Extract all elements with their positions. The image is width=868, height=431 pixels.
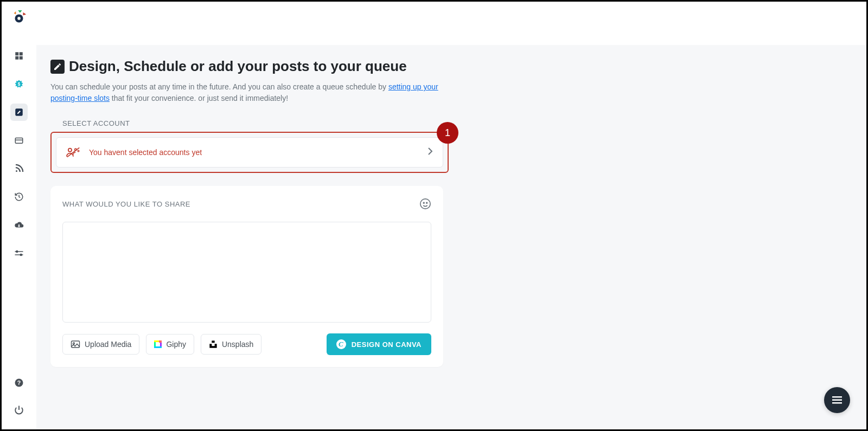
svg-rect-28 [832,396,842,398]
svg-point-24 [426,202,427,203]
desc-before: You can schedule your posts at any time … [50,82,388,91]
svg-rect-2 [15,52,18,55]
top-bar [36,2,866,45]
svg-rect-8 [15,138,23,144]
svg-point-20 [78,150,79,152]
page-description: You can schedule your posts at any time … [50,81,441,104]
app-logo-icon [11,9,27,25]
compose-icon [14,107,24,117]
chevron-right-icon [427,147,433,158]
svg-point-23 [423,202,424,203]
svg-text:?: ? [17,379,21,386]
post-textarea[interactable] [62,222,431,323]
nav-settings[interactable] [10,245,28,262]
svg-rect-3 [20,52,23,55]
nav-pricing[interactable]: $ [10,75,28,93]
canva-label: DESIGN ON CANVA [352,340,422,349]
svg-rect-25 [72,341,80,348]
unsplash-icon [209,340,218,349]
share-label: WHAT WOULD YOU LIKE TO SHARE [62,200,190,208]
no-accounts-icon [66,146,80,158]
canva-icon: C [336,339,346,349]
nav-group-bottom: ? [10,374,28,419]
design-on-canva-button[interactable]: C DESIGN ON CANVA [327,333,431,355]
svg-point-26 [73,343,75,344]
content-area: Design, Schedule or add your posts to yo… [36,45,866,429]
svg-rect-4 [15,56,18,60]
image-upload-icon [71,340,80,349]
help-icon: ? [14,378,24,388]
sidebar: $ ? [2,2,36,429]
giphy-label: Giphy [166,340,186,349]
nav-group-top: $ [2,47,36,262]
svg-rect-27 [212,340,214,343]
emoji-picker-button[interactable] [419,198,431,210]
step-badge-1: 1 [437,122,458,144]
nav-rss[interactable] [10,160,28,177]
dollar-badge-icon: $ [14,79,24,89]
hamburger-icon [832,396,842,404]
account-row-left: You havent selected accounts yet [66,146,202,158]
main: Design, Schedule or add your posts to yo… [36,2,866,429]
upload-media-label: Upload Media [85,340,131,349]
desc-after: that fit your convenience. or just send … [110,94,288,102]
page-title: Design, Schedule or add your posts to yo… [50,58,852,75]
nav-power[interactable] [10,401,28,419]
unsplash-label: Unsplash [222,340,253,349]
svg-text:$: $ [18,82,21,87]
floating-menu-button[interactable] [824,387,850,413]
nav-dashboard[interactable] [10,47,28,65]
share-header: WHAT WOULD YOU LIKE TO SHARE [62,198,431,210]
sliders-icon [14,248,24,258]
account-highlight-box: You havent selected accounts yet 1 [50,132,449,173]
svg-point-10 [16,170,17,172]
giphy-button[interactable]: Giphy [146,334,194,355]
compose-title-icon [50,60,65,74]
power-icon [14,405,24,415]
nav-help[interactable]: ? [10,374,28,391]
svg-point-1 [17,17,21,20]
svg-rect-5 [20,56,23,60]
svg-point-18 [68,149,72,152]
svg-rect-29 [832,400,842,401]
smiley-icon [419,198,431,210]
page-title-text: Design, Schedule or add your posts to yo… [69,58,407,75]
history-icon [14,192,24,202]
nav-history[interactable] [10,188,28,205]
nav-compose[interactable] [10,104,28,121]
nav-downloads[interactable] [10,216,28,234]
unsplash-button[interactable]: Unsplash [201,334,261,355]
media-row: Upload Media Giphy Unsplash [62,333,431,355]
svg-rect-30 [832,402,842,404]
share-card: WHAT WOULD YOU LIKE TO SHARE Upload Medi… [50,186,443,367]
upload-media-button[interactable]: Upload Media [62,334,139,355]
cloud-download-icon [14,220,24,230]
grid-icon [14,51,24,61]
account-empty-text: You havent selected accounts yet [89,148,202,157]
giphy-icon [154,340,162,348]
card-icon [14,136,24,145]
svg-point-22 [420,199,430,209]
nav-queue[interactable] [10,132,28,149]
rss-icon [14,164,24,173]
select-account-label: SELECT ACCOUNT [62,119,852,127]
select-account-row[interactable]: You havent selected accounts yet [56,137,443,168]
